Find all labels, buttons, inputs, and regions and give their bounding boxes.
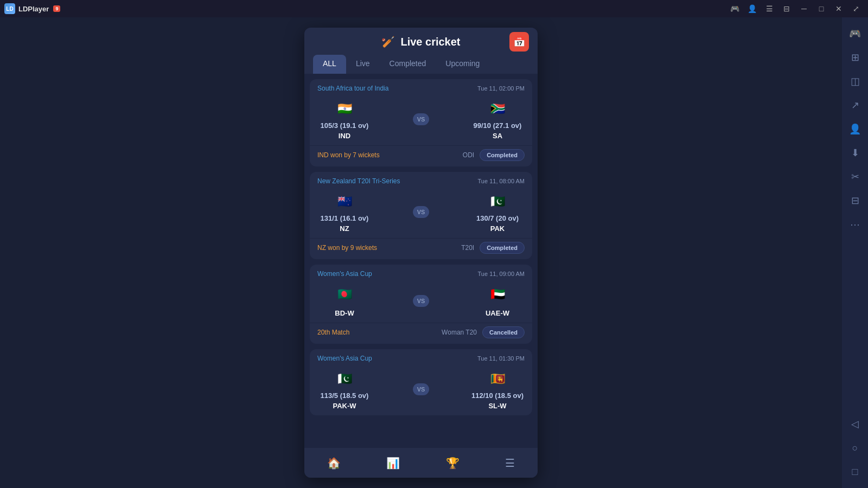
score-nz: 131/1 (16.1 ov) <box>321 214 369 222</box>
name-sa: SA <box>493 132 502 140</box>
vs-4: VS <box>413 383 430 395</box>
name-pak: PAK <box>490 224 505 233</box>
bottom-nav: 🏠 📊 🏆 ☰ <box>304 447 538 478</box>
layers-icon[interactable]: ◫ <box>845 72 865 91</box>
app-logo: LD LDPlayer 9 <box>4 3 60 14</box>
scissors-icon[interactable]: ✂ <box>845 167 865 187</box>
score-pak: 130/7 (20 ov) <box>476 214 519 222</box>
team2-uaew: 🇦🇪 UAE-W <box>470 284 525 317</box>
match-card-ind-sa[interactable]: South Africa tour of India Tue 11, 02:00… <box>310 79 532 166</box>
match-header-4: Women's Asia Cup Tue 11, 01:30 PM <box>310 349 532 365</box>
format-status-3: Woman T20 Cancelled <box>442 326 525 338</box>
footer-3: 20th Match Woman T20 Cancelled <box>310 323 532 344</box>
close-btn[interactable]: ✕ <box>831 3 846 15</box>
version-badge: 9 <box>53 5 60 12</box>
score-slw: 112/10 (18.5 ov) <box>471 391 524 400</box>
more-icon[interactable]: ⋯ <box>845 215 865 234</box>
gamepad-icon[interactable]: 🎮 <box>845 24 865 43</box>
flag-uae: 🇦🇪 <box>487 284 508 305</box>
match-card-pakw-slw[interactable]: Women's Asia Cup Tue 11, 01:30 PM 🇵🇰 113… <box>310 349 532 415</box>
format-1: ODI <box>463 151 474 159</box>
app-header: 🏏 Live cricket ALL Live Completed Upcomi… <box>304 28 538 74</box>
minimize-btn[interactable]: ─ <box>796 3 812 15</box>
tab-bar: ALL Live Completed Upcoming <box>313 55 529 74</box>
match-list[interactable]: South Africa tour of India Tue 11, 02:00… <box>304 74 538 447</box>
match-time-1: Tue 11, 02:00 PM <box>477 85 525 92</box>
app-name: LDPlayer <box>18 5 49 13</box>
circle-icon[interactable]: ○ <box>845 438 865 458</box>
result-3: 20th Match <box>317 329 349 336</box>
vs-2: VS <box>413 206 430 218</box>
person-icon[interactable]: 👤 <box>845 119 865 139</box>
nav-home[interactable]: 🏠 <box>318 453 349 473</box>
square-icon[interactable]: □ <box>845 462 865 481</box>
series-name-3: Women's Asia Cup <box>317 270 372 278</box>
flag-nz: 🇳🇿 <box>334 191 355 212</box>
score-sa: 99/10 (27.1 ov) <box>474 121 522 130</box>
flag-pakw: 🇵🇰 <box>334 369 355 389</box>
sidebar-bottom: ◁ ○ □ <box>845 414 865 481</box>
result-2: NZ won by 9 wickets <box>317 244 377 252</box>
format-status-2: T20I Completed <box>461 242 525 254</box>
match-time-2: Tue 11, 08:00 AM <box>478 178 525 184</box>
series-name-2: New Zealand T20I Tri-Series <box>317 177 400 185</box>
user-btn[interactable]: 👤 <box>744 3 760 15</box>
match-time-4: Tue 11, 01:30 PM <box>477 355 525 362</box>
tab-all[interactable]: ALL <box>313 55 346 74</box>
grid-icon[interactable]: ⊞ <box>845 48 865 67</box>
widget-icon[interactable]: ⊟ <box>845 191 865 210</box>
calendar-button[interactable] <box>509 32 529 52</box>
nav-trophy[interactable]: 🏆 <box>437 453 468 473</box>
teams-3: 🇧🇩 BD-W VS 🇦🇪 UAE-W <box>310 281 532 323</box>
name-ind: IND <box>339 132 350 140</box>
result-1: IND won by 7 wickets <box>317 151 380 159</box>
match-card-nz-pak[interactable]: New Zealand T20I Tri-Series Tue 11, 08:0… <box>310 172 532 259</box>
flag-slw: 🇱🇰 <box>487 369 508 389</box>
tab-upcoming[interactable]: Upcoming <box>436 55 489 74</box>
logo-icon: LD <box>4 3 15 14</box>
gamepad-btn[interactable]: 🎮 <box>727 3 742 15</box>
menu-icon: ☰ <box>505 457 515 470</box>
name-nz: NZ <box>340 224 349 233</box>
score-pakw: 113/5 (18.5 ov) <box>321 391 369 400</box>
status-badge-2: Completed <box>480 242 525 254</box>
page-title: Live cricket <box>400 36 460 48</box>
name-bdw: BD-W <box>335 309 354 317</box>
titlebar: LD LDPlayer 9 🎮 👤 ☰ ⊟ ─ □ ✕ ⤢ <box>0 0 868 17</box>
home-icon: 🏠 <box>327 457 341 470</box>
nav-menu[interactable]: ☰ <box>496 453 524 473</box>
format-3: Woman T20 <box>442 329 477 336</box>
status-badge-3: Cancelled <box>482 326 525 338</box>
vs-1: VS <box>413 113 430 125</box>
match-card-bdw-uaew[interactable]: Women's Asia Cup Tue 11, 09:00 AM 🇧🇩 BD-… <box>310 265 532 344</box>
tab-completed[interactable]: Completed <box>380 55 436 74</box>
team2-sa: 🇿🇦 99/10 (27.1 ov) SA <box>470 99 525 140</box>
right-sidebar: 🎮 ⊞ ◫ ↗ 👤 ⬇ ✂ ⊟ ⋯ ◁ ○ □ <box>842 17 868 488</box>
trophy-icon: 🏆 <box>446 457 459 470</box>
teams-2: 🇳🇿 131/1 (16.1 ov) NZ VS 🇵🇰 130/7 (20 ov… <box>310 188 532 238</box>
match-header-1: South Africa tour of India Tue 11, 02:00… <box>310 79 532 95</box>
share-icon[interactable]: ↗ <box>845 95 865 115</box>
format-status-1: ODI Completed <box>463 149 525 161</box>
resize-btn[interactable]: ⤢ <box>848 3 864 15</box>
layout-btn[interactable]: ⊟ <box>779 3 794 15</box>
match-header-2: New Zealand T20I Tri-Series Tue 11, 08:0… <box>310 172 532 188</box>
footer-1: IND won by 7 wickets ODI Completed <box>310 145 532 166</box>
match-time-3: Tue 11, 09:00 AM <box>478 271 525 277</box>
menu-btn[interactable]: ☰ <box>762 3 777 15</box>
maximize-btn[interactable]: □ <box>814 3 829 15</box>
app-window: 🏏 Live cricket ALL Live Completed Upcomi… <box>304 28 538 478</box>
stats-icon: 📊 <box>386 457 400 470</box>
team2-pak: 🇵🇰 130/7 (20 ov) PAK <box>470 191 525 233</box>
series-name-4: Women's Asia Cup <box>317 355 372 362</box>
titlebar-controls: 🎮 👤 ☰ ⊟ ─ □ ✕ ⤢ <box>727 3 864 15</box>
name-slw: SL-W <box>488 402 506 410</box>
status-badge-1: Completed <box>480 149 525 161</box>
back-icon[interactable]: ◁ <box>845 414 865 434</box>
download-icon[interactable]: ⬇ <box>845 143 865 163</box>
name-pakw: PAK-W <box>333 402 356 410</box>
format-2: T20I <box>461 244 474 252</box>
tab-live[interactable]: Live <box>346 55 380 74</box>
nav-stats[interactable]: 📊 <box>378 453 409 473</box>
team1-ind: 🇮🇳 105/3 (19.1 ov) IND <box>317 99 372 140</box>
